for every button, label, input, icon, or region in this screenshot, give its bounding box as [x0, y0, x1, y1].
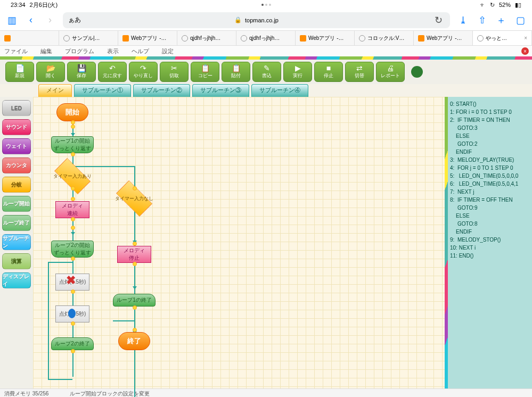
back-icon[interactable]: ‹ [24, 14, 37, 27]
melody-stop-block[interactable]: メロディ停止 [117, 246, 151, 263]
newtab-icon[interactable]: ＋ [495, 14, 508, 27]
palette-lstart[interactable]: ループ開始 [2, 196, 31, 212]
start-block[interactable]: 開始 [56, 103, 88, 121]
battery-pct: 52% [499, 2, 511, 8]
code-listing: 0: START() 1: FOR i = 0 TO 1 STEP 0 2: I… [450, 101, 518, 259]
browser-tab[interactable]: qjdhfっjhjh… [236, 31, 296, 45]
browser-tab[interactable]: Webアプリ -… [296, 31, 355, 45]
palette-led[interactable]: LED [2, 100, 31, 116]
toolbar-icon: ↶ [109, 64, 116, 72]
tabs-icon[interactable]: ▢ [514, 14, 527, 27]
browser-tab[interactable]: コロックル:V… [355, 31, 414, 45]
loop1-end-block[interactable]: ループ1の終了 [113, 294, 155, 307]
toolbar-元に戻す[interactable]: ↶元に戻す [98, 62, 127, 82]
run-indicator-icon [411, 66, 423, 78]
toolbar-書込[interactable]: ✎書込 [252, 62, 281, 82]
tab-favicon-icon [122, 35, 129, 42]
toolbar-icon: 📋 [201, 64, 210, 72]
browser-tab[interactable]: サンプル|… [59, 31, 118, 45]
flowchart-canvas[interactable]: 開始 ループ1の開始ずっとくり返す タイマー入力あり メロディ連続 ループ2の開… [33, 97, 445, 388]
toolbar-実行[interactable]: ▶実行 [283, 62, 312, 82]
palette-branch[interactable]: 分岐 [2, 177, 31, 193]
routine-tab[interactable]: サブルーチン④ [251, 84, 308, 97]
lock-icon: 🔒 [234, 16, 242, 23]
browser-tab[interactable]: qjdhfっjhjh… [177, 31, 236, 45]
palette-counter[interactable]: カウンタ [2, 158, 31, 173]
menu-item[interactable]: ヘルプ [132, 47, 149, 55]
toolbar-保存[interactable]: 💾保存 [67, 62, 96, 82]
browser-tab[interactable]: Webアプリ -… [414, 31, 473, 45]
palette-disp[interactable]: ディスプレイ [2, 272, 31, 288]
toolbar-label: レポート [381, 72, 400, 79]
tab-label: コロックル:V… [367, 35, 404, 42]
toolbar-icon: 📋 [232, 64, 241, 72]
toolbar-icon: 🖨 [387, 64, 394, 72]
tab-close-icon[interactable]: × [524, 35, 527, 41]
loop2-end-block[interactable]: ループ2の終了 [51, 337, 94, 350]
routine-tab[interactable]: サブルーチン② [133, 84, 190, 97]
routine-tab[interactable]: サブルーチン③ [192, 84, 249, 97]
toolbar-label: 切替 [355, 72, 364, 79]
toolbar-icon: ■ [326, 64, 331, 72]
toolbar-label: 貼付 [231, 72, 241, 79]
memory-usage: 消費メモリ 35/256 [4, 390, 48, 398]
toolbar-レポート[interactable]: 🖨レポート [376, 62, 405, 82]
menu-item[interactable]: 編集 [40, 47, 52, 55]
loop1-start-block[interactable]: ループ1の開始ずっとくり返す [51, 136, 94, 153]
tab-label: qjdhfっjhjh… [249, 35, 280, 42]
toolbar-貼付[interactable]: 📋貼付 [222, 62, 250, 82]
browser-tab[interactable] [0, 31, 59, 45]
status-time: 23:34 [11, 2, 26, 8]
sync-icon: ↻ [490, 2, 495, 9]
palette-calc[interactable]: 演算 [2, 253, 31, 269]
forward-icon[interactable]: › [44, 14, 56, 27]
palette-sound[interactable]: サウンド [2, 119, 31, 135]
share-icon[interactable]: ⇧ [476, 14, 488, 27]
browser-tab[interactable]: Webアプリ -… [118, 31, 177, 45]
toolbar-label: 保存 [77, 72, 86, 79]
toolbar-label: 元に戻す [103, 72, 122, 79]
toolbar-コピー[interactable]: 📋コピー [191, 62, 219, 82]
palette-subr[interactable]: サブルーチン [2, 234, 31, 250]
menu-item[interactable]: 設定 [162, 47, 174, 55]
toolbar-icon: 📂 [46, 64, 55, 72]
palette-wait[interactable]: ウェイト [2, 138, 31, 154]
toolbar-切取[interactable]: ✂切取 [160, 62, 189, 82]
url-bar[interactable]: ぁあ 🔒 topman.co.jp ↻ [63, 12, 450, 28]
tab-favicon-icon [241, 35, 247, 42]
toolbar-icon: ▶ [295, 64, 301, 72]
toolbar-icon: ⇄ [356, 64, 363, 72]
routine-tab[interactable]: サブルーチン① [74, 84, 131, 97]
branch-timer-yes[interactable]: タイマー入力あり [51, 165, 94, 187]
reader-text[interactable]: ぁあ [68, 15, 81, 24]
sidebar-icon[interactable]: ▥ [5, 14, 18, 27]
routine-tab[interactable]: メイン [38, 84, 72, 97]
routine-tabs: メインサブルーチン①サブルーチン②サブルーチン③サブルーチン④ [0, 84, 532, 97]
end-block[interactable]: 終了 [118, 332, 150, 350]
download-icon[interactable]: ⤓ [456, 14, 469, 27]
loop2-start-block[interactable]: ループ2の開始ずっとくり返す [51, 241, 94, 258]
toolbar-切替[interactable]: ⇄切替 [345, 62, 374, 82]
tab-favicon-icon [4, 35, 11, 42]
melody-continue-block[interactable]: メロディ連続 [55, 201, 89, 218]
browser-tab[interactable]: やっと…× [473, 31, 532, 45]
toolbar-開く[interactable]: 📂開く [36, 62, 65, 82]
window-close-icon[interactable]: × [521, 47, 529, 55]
palette-lend[interactable]: ループ終了 [2, 215, 31, 231]
branch-timer-no[interactable]: タイマー入力なし [112, 187, 156, 210]
menu-item[interactable]: 表示 [107, 47, 119, 55]
toolbar-停止[interactable]: ■停止 [314, 62, 343, 82]
toolbar-やり直し[interactable]: ↷やり直し [129, 62, 158, 82]
tab-favicon-icon [477, 35, 484, 42]
menu-item[interactable]: ファイル [4, 47, 28, 55]
menu-item[interactable]: プログラム [65, 47, 94, 55]
tab-favicon-icon [182, 35, 188, 42]
refresh-icon[interactable]: ↻ [432, 14, 445, 27]
hint-text: ループ開始ブロックの設定を変更 [70, 390, 150, 398]
app-statusbar: 消費メモリ 35/256 ループ開始ブロックの設定を変更 [0, 388, 532, 397]
tab-favicon-icon [418, 35, 424, 42]
toolbar-新規[interactable]: 📄新規 [5, 62, 34, 82]
battery-icon: ▮▯ [515, 2, 521, 9]
toolbar-label: 新規 [15, 72, 24, 79]
tab-label: サンプル|… [72, 35, 100, 42]
